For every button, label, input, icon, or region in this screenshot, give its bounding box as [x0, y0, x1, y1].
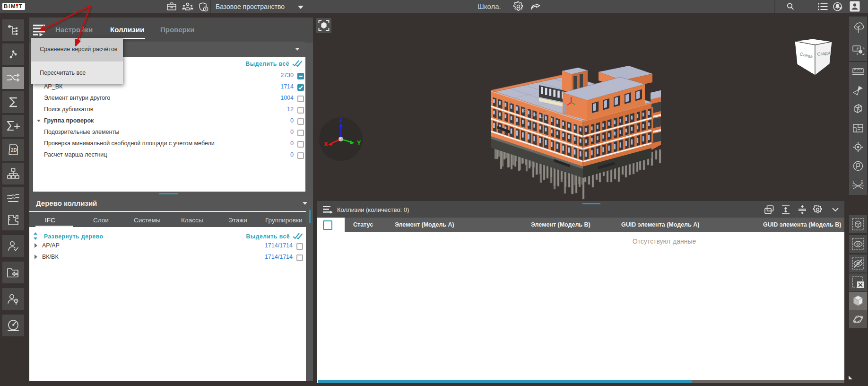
svg-text:X: X [324, 140, 328, 148]
svg-text:1: 1 [852, 181, 854, 184]
svg-text:Y: Y [357, 139, 361, 146]
svg-text:Z: Z [339, 116, 343, 123]
svg-text:2D: 2D [11, 148, 17, 153]
svg-text:2: 2 [861, 180, 863, 183]
